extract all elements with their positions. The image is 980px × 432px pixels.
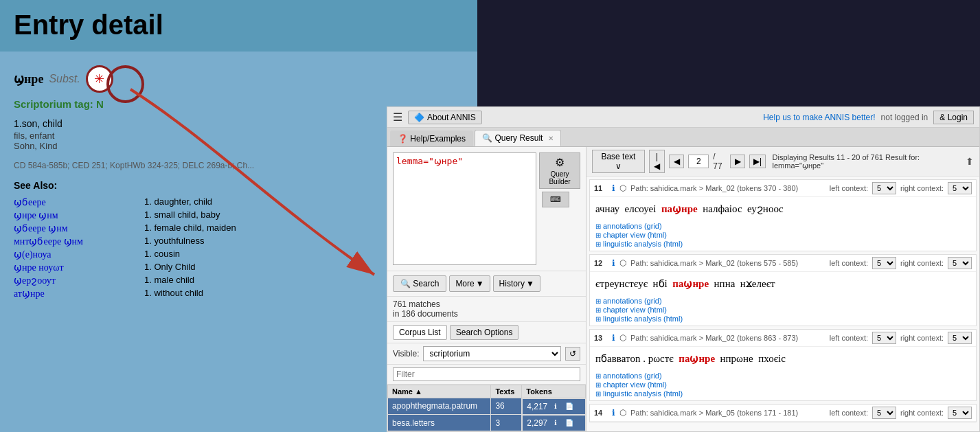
action-linguistic-13[interactable]: ⊞ linguistic analysis (html) xyxy=(595,389,970,398)
result-info-btn-11[interactable]: ℹ xyxy=(612,183,615,193)
documents-count: in 186 documents xyxy=(393,309,580,319)
corpus-list-tab[interactable]: Corpus List xyxy=(393,325,447,340)
more-button[interactable]: More ▼ xyxy=(449,275,490,292)
login-button[interactable]: & Login xyxy=(933,111,974,124)
search-button[interactable]: 🔍 Search xyxy=(393,275,446,292)
history-button[interactable]: History ▼ xyxy=(493,275,540,292)
see-also-word-5[interactable]: ϣ(е)ноуа xyxy=(14,249,137,260)
query-result-tab-label: Query Result xyxy=(494,133,543,143)
see-also-word-3[interactable]: ϣϭеере ϣнм xyxy=(14,223,137,234)
action-annotations-12[interactable]: ⊞ annotations (grid) xyxy=(595,297,970,305)
refresh-button[interactable]: ↺ xyxy=(565,347,580,361)
see-also-word-8[interactable]: атϣнре xyxy=(14,288,137,299)
entry-pos: Subst. xyxy=(49,73,80,85)
action-annotations-11[interactable]: ⊞ annotations (grid) xyxy=(595,222,970,230)
query-builder-icon: ⚙ xyxy=(555,156,565,170)
annis-panel: ☰ 🔷 About ANNIS Help us to make ANNIS be… xyxy=(387,106,980,432)
result-text-11: ачнау елсоуеі паϣнре налфаіос еуϩнооc xyxy=(590,197,976,220)
close-tab-icon[interactable]: ✕ xyxy=(548,135,554,142)
tab-query-result[interactable]: 🔍 Query Result ✕ xyxy=(475,130,561,146)
page-input[interactable] xyxy=(688,155,709,168)
result-info-btn-12[interactable]: ℹ xyxy=(612,258,615,268)
action-chapter-11[interactable]: ⊞ chapter view (html) xyxy=(595,231,970,239)
expand-icon-13a: ⊞ xyxy=(595,372,601,380)
corpus-row-1[interactable]: apophthegmata.patrum 36 4,217 ℹ 📄 xyxy=(388,398,586,415)
col-header-name[interactable]: Name ▲ xyxy=(388,385,491,398)
visible-row: Visible: scriptorium ↺ xyxy=(387,343,586,365)
nav-first-button[interactable]: |◀ xyxy=(649,150,665,173)
result-info-btn-13[interactable]: ℹ xyxy=(612,333,615,343)
more-label: More xyxy=(455,279,474,288)
result-header-11: 11 ℹ ⬡ Path: sahidica.mark > Mark_02 (to… xyxy=(590,180,976,197)
about-annis-button[interactable]: 🔷 About ANNIS xyxy=(408,111,482,124)
query-builder-button[interactable]: ⚙ QueryBuilder xyxy=(539,152,580,189)
filter-row xyxy=(387,365,586,385)
nav-next-button[interactable]: ▶ xyxy=(730,155,745,168)
action-linguistic-11[interactable]: ⊞ linguistic analysis (html) xyxy=(595,240,970,248)
see-also-word-4[interactable]: мнтϣϭеере ϣнм xyxy=(14,236,137,247)
search-options-tab[interactable]: Search Options xyxy=(450,325,519,340)
left-context-select-12[interactable]: 5 xyxy=(872,257,896,269)
query-input[interactable]: lemma="ϣнре" xyxy=(393,152,536,265)
filter-input[interactable] xyxy=(393,367,580,381)
result-share-btn-12[interactable]: ⬡ xyxy=(619,258,626,268)
right-context-select-11[interactable]: 5 xyxy=(948,182,972,194)
action-linguistic-12[interactable]: ⊞ linguistic analysis (html) xyxy=(595,315,970,323)
result-item-14: 14 ℹ ⬡ Path: sahidica.mark > Mark_05 (to… xyxy=(589,404,977,422)
right-context-label-13: right context: xyxy=(900,334,944,342)
see-also-word-2[interactable]: ϣнре ϣнм xyxy=(14,209,137,221)
corpus-info-btn-1[interactable]: ℹ xyxy=(550,401,561,412)
tab-help-examples[interactable]: ❓ Help/Examples xyxy=(390,130,473,146)
corpus-texts-2: 3 xyxy=(491,415,522,431)
share-button[interactable]: ⬆ xyxy=(966,156,974,167)
action-chapter-13[interactable]: ⊞ chapter view (html) xyxy=(595,380,970,389)
displaying-info: Displaying Results 11 - 20 of 761 Result… xyxy=(773,153,961,170)
corpus-name-1[interactable]: apophthegmata.patrum xyxy=(388,398,491,415)
result-item-12: 12 ℹ ⬡ Path: sahidica.mark > Mark_02 (to… xyxy=(589,254,977,326)
result-share-btn-14[interactable]: ⬡ xyxy=(619,408,626,418)
see-also-word-7[interactable]: ϣерϩооут xyxy=(14,275,137,286)
corpus-doc-btn-2[interactable]: 📄 xyxy=(564,418,575,429)
menu-button[interactable]: ☰ xyxy=(393,111,402,124)
results-area: Base text ∨ |◀ ◀ / 77 ▶ ▶| Displaying Re… xyxy=(586,147,979,431)
corpus-tabs: Corpus List Search Options xyxy=(387,322,586,343)
col-header-texts[interactable]: Texts xyxy=(491,385,522,398)
left-context-label-14: left context: xyxy=(830,409,868,417)
left-context-select-13[interactable]: 5 xyxy=(872,332,896,344)
corpus-name-2[interactable]: besa.letters xyxy=(388,415,491,431)
result-share-btn-11[interactable]: ⬡ xyxy=(619,183,626,193)
keyboard-button[interactable]: ⌨ xyxy=(542,192,569,207)
star-button[interactable]: ✳ xyxy=(86,65,113,93)
left-context-select-11[interactable]: 5 xyxy=(872,182,896,194)
visible-select[interactable]: scriptorium xyxy=(423,346,561,361)
see-also-word-1[interactable]: ϣϭеере xyxy=(14,196,137,208)
history-label: History xyxy=(499,279,525,288)
base-text-button[interactable]: Base text ∨ xyxy=(592,150,645,173)
result-item-11: 11 ℹ ⬡ Path: sahidica.mark > Mark_02 (to… xyxy=(589,179,977,251)
left-context-select-14[interactable]: 5 xyxy=(872,407,896,419)
query-box: lemma="ϣнре" ⚙ QueryBuilder ⌨ xyxy=(387,147,586,271)
corpus-row-2[interactable]: besa.letters 3 2,297 ℹ 📄 xyxy=(388,415,586,431)
corpus-info-btn-2[interactable]: ℹ xyxy=(550,418,561,429)
corpus-doc-btn-1[interactable]: 📄 xyxy=(564,401,575,412)
col-header-tokens[interactable]: Tokens xyxy=(522,385,586,398)
nav-last-button[interactable]: ▶| xyxy=(749,155,765,168)
nav-prev-button[interactable]: ◀ xyxy=(669,155,684,168)
search-bar: 🔍 Search More ▼ History ▼ xyxy=(387,271,586,297)
result-num-11: 11 xyxy=(594,184,608,192)
right-context-select-12[interactable]: 5 xyxy=(948,257,972,269)
result-info-btn-14[interactable]: ℹ xyxy=(612,408,615,418)
base-text-label: Base text ∨ xyxy=(598,152,639,171)
action-annotations-13[interactable]: ⊞ annotations (grid) xyxy=(595,372,970,380)
result-share-btn-13[interactable]: ⬡ xyxy=(619,333,626,343)
help-link[interactable]: Help us to make ANNIS better! xyxy=(763,113,875,122)
right-context-select-13[interactable]: 5 xyxy=(948,332,972,344)
action-chapter-12[interactable]: ⊞ chapter view (html) xyxy=(595,306,970,314)
question-icon: ❓ xyxy=(398,134,408,144)
result-path-14: Path: sahidica.mark > Mark_05 (tokens 17… xyxy=(630,409,825,417)
highlight-11: паϣнре xyxy=(661,203,698,214)
right-context-select-14[interactable]: 5 xyxy=(948,407,972,419)
result-path-13: Path: sahidica.mark > Mark_02 (tokens 86… xyxy=(630,334,825,342)
see-also-word-6[interactable]: ϣнре ноуωт xyxy=(14,262,137,273)
title-text: Entry detail xyxy=(14,10,163,41)
